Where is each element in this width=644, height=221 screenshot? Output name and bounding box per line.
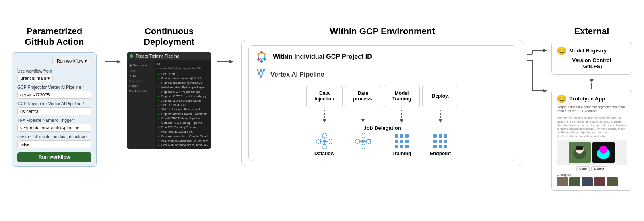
endpoint-label: Endpoint xyxy=(430,151,451,156)
examples-row xyxy=(557,177,627,186)
cd-terminal: Trigger Training Pipeline ◉ Summary Jobs… xyxy=(127,52,211,149)
gcp-project-title: Within Individual GCP Project ID xyxy=(273,53,372,60)
svg-rect-47 xyxy=(400,145,403,148)
svg-point-8 xyxy=(257,58,260,61)
svg-marker-61 xyxy=(543,49,547,52)
gcp-project-header: Within Individual GCP Project ID xyxy=(254,50,510,64)
svg-rect-53 xyxy=(439,140,442,143)
svg-rect-42 xyxy=(405,134,409,138)
svg-point-70 xyxy=(579,146,583,150)
arrow-cd-to-gcp xyxy=(213,26,237,65)
svg-rect-33 xyxy=(361,145,365,149)
gcp-outer-title: Within GCP Environment xyxy=(330,26,435,37)
tfx-input[interactable]: segmentation-training-pipeline xyxy=(17,124,91,132)
example-thumb-4[interactable] xyxy=(594,177,605,186)
pipeline-box-data-process: Dataprocess. xyxy=(345,85,381,107)
terminal-title: Trigger Training Pipeline xyxy=(136,54,179,58)
dataflow-icon xyxy=(316,133,333,150)
cd-step-3: ✓ Run actions/setup-python@v4 xyxy=(157,81,209,85)
model-registry-title: Model Registry xyxy=(569,48,607,54)
cd-step-7: ✓ Authenticate to Google Cloud xyxy=(157,98,209,103)
svg-rect-32 xyxy=(367,139,371,143)
svg-rect-48 xyxy=(405,145,409,148)
dashed-line-1: ▼ xyxy=(306,110,343,123)
svg-rect-31 xyxy=(361,133,365,138)
cd-step-15: ✓ Post Authenticate to Google Cloud xyxy=(157,134,209,138)
branch-select[interactable]: Branch: main ▾ xyxy=(17,75,53,82)
dataflow-label: Dataflow xyxy=(314,151,334,156)
prototype-note: Note that the outputs obtained in this d… xyxy=(557,116,627,138)
svg-point-6 xyxy=(264,58,266,61)
cd-step-8: ✓ Set up Cloud SDK xyxy=(157,103,209,107)
cd-step-12: ✓ Compile TFX Training Pipeline xyxy=(157,121,209,125)
sidebar-cd-job[interactable]: ✓ cd xyxy=(129,73,152,78)
arrow-to-registry xyxy=(527,48,547,60)
dashed-lines-row: ▼ ▼ ▼ ▼ xyxy=(254,110,510,123)
svg-rect-15 xyxy=(260,75,262,78)
examples-label: Examples xyxy=(557,173,627,177)
gcp-logo-icon xyxy=(254,50,269,64)
svg-line-19 xyxy=(262,71,264,72)
svg-line-18 xyxy=(261,71,262,72)
vertex-pipeline-row: Vertex AI Pipeline xyxy=(254,68,510,81)
svg-marker-1 xyxy=(117,60,121,63)
sidebar-usage[interactable]: Usage xyxy=(129,83,152,89)
cd-step-10: ✓ Replace Access Token Placeholder xyxy=(157,112,209,116)
cd-step-1: ✓ Set up job xyxy=(157,72,209,76)
svg-rect-56 xyxy=(439,145,442,148)
gcp-region-label: GCP Region for Vertex AI Pipeline * xyxy=(17,101,91,106)
gcp-region-input[interactable]: us-central1 xyxy=(17,107,91,115)
training-label: Training xyxy=(392,151,411,156)
gcp-project-label: GCP Project for Vertex AI Pipeline * xyxy=(17,85,91,90)
svg-point-4 xyxy=(260,51,263,54)
arrow-to-prototype xyxy=(527,60,547,93)
cd-step-17: ✓ Post Run actions/checkout@v2.4.2 xyxy=(157,143,209,147)
svg-rect-41 xyxy=(400,134,403,138)
svg-rect-54 xyxy=(444,140,447,143)
gcp-inner-box: Within Individual GCP Project ID xyxy=(248,45,516,161)
svg-rect-12 xyxy=(263,69,265,71)
svg-line-20 xyxy=(259,75,261,75)
prototype-app-card: 😊 Prototype App. Simple demo for a seman… xyxy=(551,90,632,191)
prototype-input-image xyxy=(569,142,591,163)
svg-rect-46 xyxy=(395,145,398,148)
example-thumb-1[interactable] xyxy=(557,177,568,186)
dataflow2-icon xyxy=(355,133,372,150)
svg-line-17 xyxy=(259,71,261,72)
pipeline-box-deploy: Deploy. xyxy=(422,85,458,107)
job-icon-endpoint: Endpoint xyxy=(422,133,458,156)
svg-rect-13 xyxy=(258,72,260,75)
vertex-ai-icon xyxy=(254,68,267,81)
example-thumb-5[interactable] xyxy=(607,177,618,186)
prototype-description: Simple demo for a semantic segmentation … xyxy=(557,105,627,114)
prototype-output-image xyxy=(592,142,615,163)
svg-rect-49 xyxy=(433,134,437,138)
endpoint-icon xyxy=(432,133,449,150)
arrow-github-to-cd xyxy=(101,26,125,65)
cd-step-13: ✓ Run TFX Training Pipeline xyxy=(157,125,209,129)
cd-step-5: ✓ Replace GCP Project Strings xyxy=(157,90,209,94)
example-thumb-3[interactable] xyxy=(582,177,593,186)
run-workflow-dropdown-button[interactable]: Run workflow ▾ xyxy=(52,57,91,65)
cd-step-16: ✓ Post Run actions/setup-python@v4 xyxy=(157,138,209,143)
cd-status-line: succeeded 4 days ago in 7m 58s xyxy=(157,67,209,70)
tfx-label: TFX Pipeline Name to Trigger * xyxy=(17,118,91,123)
run-workflow-green-button[interactable]: Run workflow xyxy=(17,152,91,162)
pipeline-box-data-injection: DataInjection xyxy=(306,85,343,107)
pipeline-box-model-training: ModelTraining xyxy=(384,85,420,107)
sidebar-summary[interactable]: ◉ Summary xyxy=(129,63,152,68)
gcp-outer-box: Within Individual GCP Project ID xyxy=(242,40,523,166)
model-registry-card: 😊 Model Registry Version Control(GitLFS) xyxy=(551,42,632,75)
job-icon-dataflow: Dataflow xyxy=(306,133,343,156)
dataflow-input[interactable]: false xyxy=(17,140,91,148)
submit-button[interactable]: Submit xyxy=(591,166,607,171)
svg-rect-57 xyxy=(444,145,447,148)
sidebar-workflow[interactable]: Workflow file xyxy=(129,89,152,94)
arrows-to-external xyxy=(527,26,547,93)
architecture-diagram: ParametrizedGitHub Action Run workflow ▾… xyxy=(8,26,636,195)
example-thumb-2[interactable] xyxy=(569,177,580,186)
gcp-project-input[interactable]: gcp-ml-172005 xyxy=(17,91,91,99)
svg-rect-23 xyxy=(328,139,332,143)
vertical-arrow-between-cards xyxy=(590,79,594,89)
clear-button[interactable]: Clear xyxy=(576,166,590,171)
